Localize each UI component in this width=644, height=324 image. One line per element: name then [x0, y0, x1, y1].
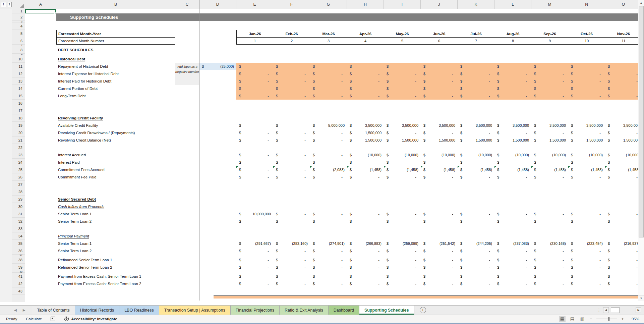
- value-cell[interactable]: $-: [568, 256, 605, 264]
- value-cell[interactable]: $-: [568, 218, 605, 225]
- orange-input-cell[interactable]: $-: [310, 85, 347, 92]
- month-number-cell[interactable]: 1: [236, 37, 273, 45]
- hscroll-right-icon[interactable]: ▶: [636, 307, 641, 313]
- value-cell[interactable]: $-: [236, 122, 273, 129]
- row-number[interactable]: 14: [12, 85, 25, 92]
- orange-input-cell[interactable]: $-: [494, 77, 531, 85]
- row-number[interactable]: 8: [12, 46, 25, 54]
- cell[interactable]: [25, 280, 56, 287]
- cell[interactable]: [25, 159, 56, 166]
- orange-input-cell[interactable]: $-: [384, 77, 421, 85]
- month-number-cell[interactable]: 2: [273, 37, 310, 45]
- orange-input-cell[interactable]: $-: [605, 63, 642, 70]
- value-cell[interactable]: $(1,458): [347, 166, 384, 173]
- value-cell[interactable]: $-: [568, 210, 605, 218]
- column-header-d[interactable]: D: [199, 0, 236, 9]
- page-layout-view-icon[interactable]: ▤: [569, 316, 576, 322]
- cell[interactable]: [25, 240, 56, 247]
- orange-input-cell[interactable]: $-: [531, 77, 568, 85]
- value-cell[interactable]: $(10,000): [494, 151, 531, 159]
- cell[interactable]: [25, 37, 56, 45]
- row-label-cell[interactable]: Interest Accrued: [56, 151, 175, 159]
- orange-input-cell[interactable]: $-: [384, 70, 421, 77]
- cell[interactable]: [175, 273, 199, 280]
- column-header-h[interactable]: H: [347, 0, 384, 9]
- cell[interactable]: [199, 218, 236, 225]
- row-number[interactable]: 10: [12, 55, 25, 63]
- cell[interactable]: [199, 247, 236, 255]
- orange-input-cell[interactable]: $-: [458, 77, 494, 85]
- orange-input-cell[interactable]: $-: [273, 63, 310, 70]
- row-label-cell[interactable]: Revolving Credit Drawdowns / (Repayments…: [56, 129, 175, 137]
- month-header-cell[interactable]: Oct-26: [568, 30, 605, 37]
- row-number[interactable]: 42: [12, 280, 25, 287]
- value-cell[interactable]: $-: [384, 256, 421, 264]
- cell[interactable]: [175, 85, 199, 92]
- sheet-tab-ratio-exit-analysis[interactable]: Ratio & Exit Analysis: [280, 306, 329, 315]
- month-number-cell[interactable]: 5: [384, 37, 421, 45]
- value-cell[interactable]: $-: [347, 273, 384, 280]
- value-cell[interactable]: $-: [494, 159, 531, 166]
- cell[interactable]: [25, 188, 56, 196]
- value-cell[interactable]: $-: [458, 218, 494, 225]
- value-cell[interactable]: $-: [605, 273, 642, 280]
- value-cell[interactable]: $(259,099): [384, 240, 421, 247]
- cell[interactable]: [25, 122, 56, 129]
- value-cell[interactable]: $10,000,000: [236, 210, 273, 218]
- value-cell[interactable]: $-: [421, 210, 458, 218]
- row-number[interactable]: 25: [12, 166, 25, 173]
- row-label-cell[interactable]: Revolving Credit Balance (Net): [56, 137, 175, 144]
- row-label-cell[interactable]: Refinanced Senior Term Loan 1: [56, 256, 175, 264]
- value-cell[interactable]: $-: [384, 264, 421, 271]
- row-label-cell[interactable]: Long-Term Debt: [56, 92, 175, 100]
- value-cell[interactable]: $(266,883): [347, 240, 384, 247]
- row-number[interactable]: 4: [12, 22, 25, 30]
- value-cell[interactable]: $-: [421, 218, 458, 225]
- cell[interactable]: [199, 173, 236, 181]
- value-cell[interactable]: $(10,000): [384, 151, 421, 159]
- column-header-j[interactable]: J: [421, 0, 458, 9]
- sheet-tab-dashboard[interactable]: Dashboard: [329, 306, 359, 315]
- orange-input-cell[interactable]: $-: [236, 70, 273, 77]
- cell[interactable]: [175, 30, 199, 37]
- value-cell[interactable]: $-: [421, 159, 458, 166]
- zoom-out-icon[interactable]: −: [589, 316, 593, 321]
- row-number[interactable]: 43: [12, 287, 25, 295]
- cell[interactable]: [175, 280, 199, 287]
- cell[interactable]: [199, 85, 236, 92]
- row-label-cell[interactable]: Principal Payment: [56, 232, 175, 240]
- row-number[interactable]: 18: [12, 114, 25, 122]
- horizontal-scroll-thumb[interactable]: [611, 307, 620, 313]
- value-cell[interactable]: $-: [347, 210, 384, 218]
- value-cell[interactable]: $5,000,000: [310, 122, 347, 129]
- orange-input-cell[interactable]: $-: [605, 92, 642, 100]
- month-header-cell[interactable]: Apr-26: [347, 30, 384, 37]
- orange-input-cell[interactable]: $-: [310, 92, 347, 100]
- cell[interactable]: [175, 159, 199, 166]
- status-accessibility[interactable]: Accessibility: Investigate: [71, 317, 117, 321]
- vertical-scroll-thumb[interactable]: [639, 6, 644, 237]
- orange-input-cell[interactable]: $-: [310, 70, 347, 77]
- month-number-cell[interactable]: 6: [421, 37, 458, 45]
- cell[interactable]: [25, 256, 56, 264]
- month-header-cell[interactable]: Jun-26: [421, 30, 458, 37]
- cell[interactable]: [199, 280, 236, 287]
- value-cell[interactable]: $-: [605, 264, 642, 271]
- value-cell[interactable]: $-: [458, 280, 494, 287]
- cell[interactable]: [199, 240, 236, 247]
- value-cell[interactable]: $-: [310, 218, 347, 225]
- value-cell[interactable]: $-: [310, 173, 347, 181]
- tab-nav-left-icon[interactable]: ◀: [14, 308, 17, 312]
- row-number[interactable]: 38: [12, 256, 25, 264]
- row-number[interactable]: 27: [12, 181, 25, 188]
- outline-level-1-button[interactable]: 1: [1, 2, 6, 7]
- value-cell[interactable]: $-: [458, 273, 494, 280]
- column-header-l[interactable]: L: [494, 0, 531, 9]
- new-sheet-icon[interactable]: +: [420, 307, 426, 313]
- hscroll-left-icon[interactable]: ◀: [603, 307, 609, 313]
- value-cell[interactable]: $-: [310, 210, 347, 218]
- value-cell[interactable]: $-: [421, 256, 458, 264]
- value-cell[interactable]: $-: [421, 264, 458, 271]
- cell[interactable]: [199, 264, 236, 271]
- month-header-cell[interactable]: Jan-26: [236, 30, 273, 37]
